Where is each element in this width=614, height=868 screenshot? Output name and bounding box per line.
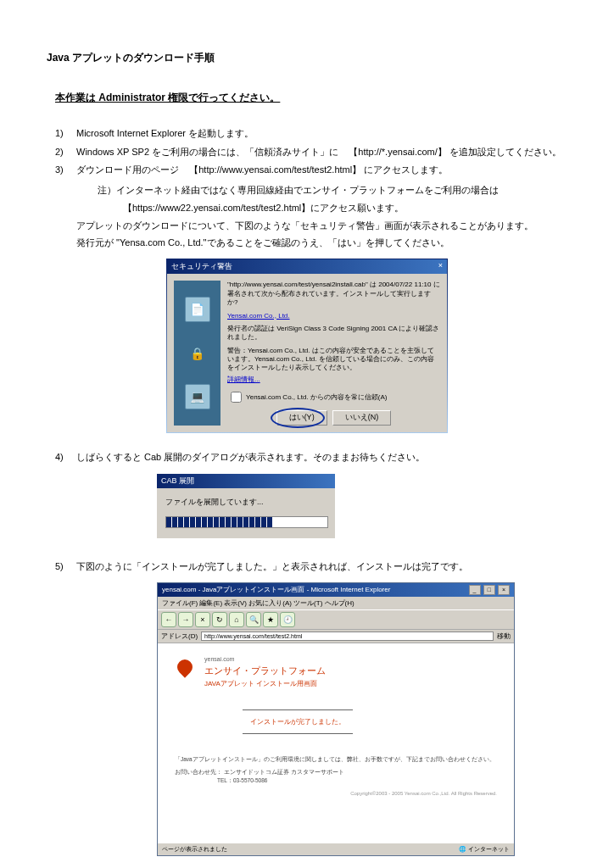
- step3-sub2: 【https://www22.yensai.com/test/test2.htm…: [123, 199, 567, 217]
- search-icon[interactable]: 🔍: [246, 612, 261, 627]
- copyright: Copyright©2003 - 2005 Yensai.com Co.,Ltd…: [175, 791, 497, 796]
- back-icon[interactable]: ←: [161, 612, 176, 627]
- dialog-text-1: "http://www.yensai.com/test/yensai2insta…: [227, 281, 440, 307]
- step-text: 下図のように「インストールが完了しました。」と表示されれば、インストールは完了で…: [76, 559, 567, 575]
- dialog-text-2: 発行者の認証は VeriSign Class 3 Code Signing 20…: [227, 325, 440, 342]
- go-button[interactable]: 移動: [497, 632, 511, 641]
- step-number: 1): [55, 126, 76, 142]
- home-icon[interactable]: ⌂: [229, 612, 244, 627]
- progress-bar: [165, 516, 328, 528]
- contact-value: エンサイドットコム証券 カスタマーサポート: [224, 769, 344, 775]
- page-heading: エンサイ・プラットフォーム: [204, 665, 326, 677]
- history-icon[interactable]: 🕘: [280, 612, 295, 627]
- contact-tel: TEL：03-5570-5086: [217, 776, 497, 785]
- more-info-link[interactable]: 詳細情報...: [227, 376, 440, 384]
- yensai-logo-icon: [175, 656, 196, 680]
- step-text: Microsoft Internet Explorer を起動します。: [76, 126, 567, 142]
- step-text-b: 【http://www.yensai.com/test/test2.html】 …: [189, 164, 448, 175]
- maximize-icon[interactable]: □: [483, 585, 495, 595]
- step-4: 4) しばらくすると Cab 展開のダイアログが表示されます。そのままお待ちくだ…: [55, 450, 567, 465]
- favorites-icon[interactable]: ★: [263, 612, 278, 627]
- step3-line4: 発行元が "Yensa.com Co., Ltd."であることをご確認のうえ、「…: [76, 234, 567, 252]
- step-5: 5) 下図のように「インストールが完了しました。」と表示されれば、インストールは…: [55, 559, 567, 575]
- highlight-oval: [271, 408, 325, 428]
- lock-icon: 🔒: [190, 347, 204, 360]
- step-text-a: Windows XP SP2 をご利用の場合には、「信頼済みサイト」に: [76, 147, 338, 157]
- browser-title: yensai.com - Javaアプレットインストール画面 - Microso…: [162, 585, 390, 595]
- browser-titlebar: yensai.com - Javaアプレットインストール画面 - Microso…: [158, 583, 514, 597]
- trust-checkbox[interactable]: [231, 392, 242, 403]
- close-icon[interactable]: ×: [498, 585, 510, 595]
- forward-icon[interactable]: →: [178, 612, 193, 627]
- step-2: 2) Windows XP SP2 をご利用の場合には、「信頼済みサイト」に 【…: [55, 145, 567, 160]
- step3-line3: アプレットのダウンロードについて、下図のような「セキュリティ警告」画面が表示され…: [76, 217, 567, 235]
- address-input[interactable]: http://www.yensai.com/test/test2.html: [201, 632, 494, 641]
- browser-content: yensai.com エンサイ・プラットフォーム JAVAアプレット インストー…: [158, 643, 514, 843]
- stop-icon[interactable]: ×: [195, 612, 210, 627]
- admin-note: 本作業は Administrator 権限で行ってください。: [55, 91, 567, 105]
- security-dialog: セキュリティ警告 × 📄 🔒 💻 "http://www.yensai.com/…: [166, 259, 448, 433]
- status-left: ページが表示されました: [162, 845, 227, 854]
- document-title: Java アプレットのダウンロード手順: [47, 51, 567, 65]
- browser-menubar[interactable]: ファイル(F) 編集(E) 表示(V) お気に入り(A) ツール(T) ヘルプ(…: [158, 597, 514, 610]
- step-number: 5): [55, 559, 76, 575]
- no-button[interactable]: いいえ(N): [332, 410, 392, 426]
- dialog-titlebar: セキュリティ警告 ×: [167, 259, 447, 274]
- step-3: 3) ダウンロード用のページ 【http://www.yensai.com/te…: [55, 163, 567, 178]
- minimize-icon[interactable]: _: [469, 585, 481, 595]
- close-icon[interactable]: ×: [438, 261, 443, 272]
- status-right: 🌐 インターネット: [459, 845, 510, 854]
- step-text: Windows XP SP2 をご利用の場合には、「信頼済みサイト」に 【htt…: [76, 145, 567, 160]
- step-text: ダウンロード用のページ 【http://www.yensai.com/test/…: [76, 163, 567, 178]
- step-text-b: 【http://*.yensai.com/】 を追加設定してください。: [349, 147, 561, 157]
- cab-message: ファイルを展開しています...: [165, 497, 327, 508]
- dialog-icon-panel: 📄 🔒 💻: [174, 281, 220, 426]
- refresh-icon[interactable]: ↻: [212, 612, 227, 627]
- globe-doc-icon: 📄: [185, 297, 210, 322]
- browser-addressbar: アドレス(D) http://www.yensai.com/test/test2…: [158, 630, 514, 643]
- step-text-a: ダウンロード用のページ: [76, 164, 179, 175]
- page-subheading: JAVAアプレット インストール用画面: [204, 679, 326, 688]
- publisher-link[interactable]: Yensai.com Co., Ltd.: [227, 312, 440, 320]
- note-text: 「Javaアプレットインストール」のご利用環境に関しましては、弊社、お手数ですが…: [175, 755, 497, 764]
- step3-sub1: 注）インターネット経由ではなく専用回線経由でエンサイ・プラットフォームをご利用の…: [98, 181, 567, 199]
- checkbox-label: Yensai.com Co., Ltd. からの内容を常に信頼(A): [246, 393, 387, 401]
- step-number: 4): [55, 450, 76, 465]
- site-name: yensai.com: [204, 656, 326, 662]
- step-1: 1) Microsoft Internet Explorer を起動します。: [55, 126, 567, 142]
- step-number: 3): [55, 163, 76, 178]
- step-text: しばらくすると Cab 展開のダイアログが表示されます。そのままお待ちください。: [76, 450, 567, 465]
- browser-toolbar: ← → × ↻ ⌂ 🔍 ★ 🕘: [158, 610, 514, 630]
- dialog-text-3: 警告：Yensai.com Co., Ltd. はこの内容が安全であることを主張…: [227, 347, 440, 373]
- step-number: 2): [55, 145, 76, 160]
- dialog-title: セキュリティ警告: [171, 261, 232, 272]
- address-label: アドレス(D): [161, 632, 198, 641]
- browser-statusbar: ページが表示されました 🌐 インターネット: [158, 843, 514, 855]
- contact-label: お問い合わせ先：: [175, 769, 222, 775]
- install-complete-message: インストールが完了しました。: [243, 709, 353, 734]
- cab-dialog-title: CAB 展開: [157, 474, 335, 488]
- computer-icon: 💻: [185, 384, 210, 409]
- browser-window: yensai.com - Javaアプレットインストール画面 - Microso…: [157, 582, 515, 856]
- cab-dialog: CAB 展開 ファイルを展開しています...: [157, 474, 335, 538]
